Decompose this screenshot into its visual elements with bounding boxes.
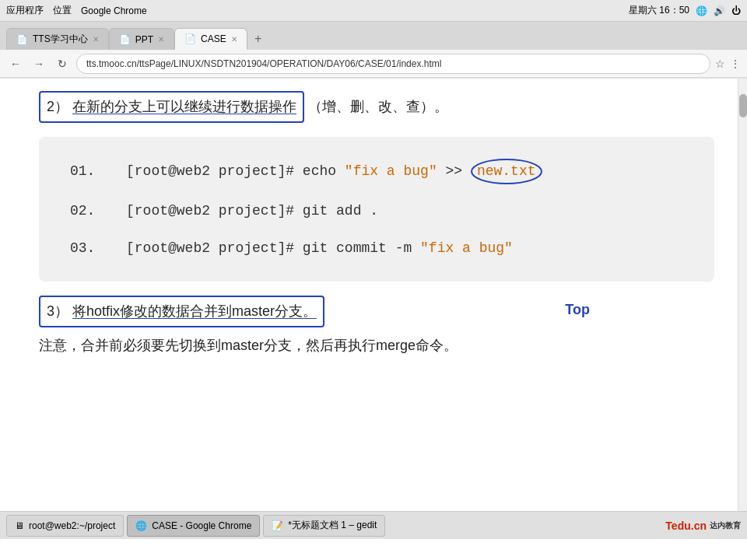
taskbar-gedit[interactable]: 📝 *无标题文档 1 – gedit (263, 515, 385, 537)
browser-menu[interactable]: Google Chrome (81, 5, 147, 16)
power-icon[interactable]: ⏻ (731, 5, 741, 16)
section3-wrap: 3） 将hotfix修改的数据合并到master分支。 Top 注意，合并前必须… (39, 296, 714, 357)
code-prefix-01: [root@web2 project]# echo (126, 163, 345, 179)
tab-ppt[interactable]: 📄 PPT ✕ (109, 28, 174, 50)
taskbar-chrome[interactable]: 🌐 CASE - Google Chrome (127, 515, 260, 537)
os-bar-right: 星期六 16：50 🌐 🔊 ⏻ (629, 4, 741, 17)
code-circle-01: new.txt (471, 159, 542, 184)
forward-button[interactable]: → (30, 54, 48, 73)
section2-line: 2） 在新的分支上可以继续进行数据操作 （增、删、改、查）。 (39, 91, 714, 123)
browser-chrome: 📄 TTS学习中心 ✕ 📄 PPT ✕ 📄 CASE ✕ + ← → ↻ ☆ ⋮ (0, 22, 747, 79)
os-bar-left: 应用程序 位置 Google Chrome (6, 4, 147, 17)
terminal-icon: 🖥 (15, 520, 24, 531)
code-text-03: [root@web2 project]# git commit -m "fix … (126, 237, 513, 260)
code-line-02: 02. [root@web2 project]# git add . (70, 200, 683, 222)
section2-text-rest: （增、删、改、查）。 (308, 99, 448, 114)
code-line-03: 03. [root@web2 project]# git commit -m "… (70, 237, 683, 260)
line-num-02: 02. (70, 200, 101, 222)
section2-text-boxed: 在新的分支上可以继续进行数据操作 (72, 99, 296, 114)
section3-note: 注意，合并前必须要先切换到master分支，然后再执行merge命令。 (39, 334, 714, 358)
url-input[interactable] (76, 54, 710, 74)
page-wrapper: 2） 在新的分支上可以继续进行数据操作 （增、删、改、查）。 01. [root… (0, 79, 747, 511)
section3-text-boxed: 将hotfix修改的数据合并到master分支。 (72, 303, 317, 319)
network-icon: 🌐 (696, 5, 707, 16)
tab-tts-icon: 📄 (16, 34, 28, 45)
code-string-03: "fix a bug" (420, 240, 513, 256)
apps-menu[interactable]: 应用程序 (6, 4, 44, 17)
tab-tts-close[interactable]: ✕ (93, 35, 99, 44)
tab-ppt-icon: 📄 (119, 34, 131, 45)
pos-menu[interactable]: 位置 (53, 4, 72, 17)
section3-line: 3） 将hotfix修改的数据合并到master分支。 (39, 296, 324, 327)
code-block: 01. [root@web2 project]# echo "fix a bug… (39, 137, 714, 282)
tab-case-label: CASE (201, 33, 226, 44)
top-link[interactable]: Top (565, 299, 590, 321)
content-area: 2） 在新的分支上可以继续进行数据操作 （增、删、改、查）。 01. [root… (0, 79, 738, 511)
tab-case-close[interactable]: ✕ (231, 35, 237, 44)
section3-box: 3） 将hotfix修改的数据合并到master分支。 (39, 296, 324, 327)
chrome-icon: 🌐 (135, 520, 147, 531)
section2-number: 2） (47, 99, 68, 114)
logo-text: Tedu.cn (665, 520, 707, 532)
bookmark-icon[interactable]: ☆ (715, 58, 725, 70)
code-string-01: "fix a bug" (345, 163, 437, 179)
os-bar: 应用程序 位置 Google Chrome 星期六 16：50 🌐 🔊 ⏻ (0, 0, 747, 22)
address-bar: ← → ↻ ☆ ⋮ (0, 50, 747, 78)
logo-sub: 达内教育 (710, 520, 741, 531)
tab-tts[interactable]: 📄 TTS学习中心 ✕ (6, 28, 109, 50)
gedit-label: *无标题文档 1 – gedit (288, 519, 377, 532)
code-prefix-03: [root@web2 project]# git commit -m (126, 240, 420, 256)
reload-button[interactable]: ↻ (53, 54, 72, 73)
line-num-01: 01. (70, 160, 101, 183)
code-text-01: [root@web2 project]# echo "fix a bug" >>… (126, 159, 542, 184)
code-line-01: 01. [root@web2 project]# echo "fix a bug… (70, 159, 683, 184)
tab-bar: 📄 TTS学习中心 ✕ 📄 PPT ✕ 📄 CASE ✕ + (0, 22, 747, 50)
back-button[interactable]: ← (6, 54, 25, 73)
os-time: 星期六 16：50 (629, 4, 689, 17)
tab-tts-label: TTS学习中心 (33, 33, 88, 46)
code-suffix-01: >> (437, 163, 462, 179)
menu-icon[interactable]: ⋮ (730, 58, 741, 70)
section3-header: 3） 将hotfix修改的数据合并到master分支。 Top (39, 296, 714, 327)
new-tab-button[interactable]: + (247, 28, 269, 50)
tab-case[interactable]: 📄 CASE ✕ (174, 28, 247, 50)
chrome-label: CASE - Google Chrome (152, 520, 251, 531)
taskbar-terminal[interactable]: 🖥 root@web2:~/project (6, 515, 124, 537)
tab-case-icon: 📄 (184, 33, 196, 44)
volume-icon: 🔊 (714, 5, 725, 16)
code-text-02: [root@web2 project]# git add . (126, 200, 378, 222)
taskbar-logo: Tedu.cn 达内教育 (665, 520, 741, 532)
gedit-icon: 📝 (272, 520, 283, 531)
tab-ppt-label: PPT (135, 34, 153, 45)
tab-ppt-close[interactable]: ✕ (158, 35, 164, 44)
terminal-label: root@web2:~/project (29, 520, 115, 531)
scroll-track[interactable] (738, 79, 747, 511)
section2-box: 2） 在新的分支上可以继续进行数据操作 (39, 91, 304, 123)
taskbar: 🖥 root@web2:~/project 🌐 CASE - Google Ch… (0, 511, 747, 539)
section3-number: 3） (47, 303, 68, 319)
scroll-thumb[interactable] (739, 94, 747, 117)
line-num-03: 03. (70, 237, 101, 260)
